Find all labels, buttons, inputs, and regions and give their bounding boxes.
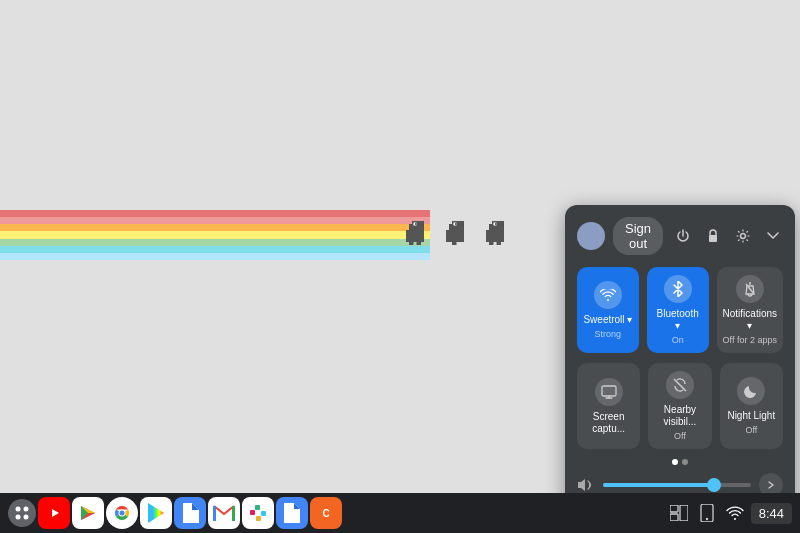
svg-rect-59: [286, 512, 298, 514]
notifications-label: Notifications ▾: [723, 308, 777, 332]
svg-rect-4: [417, 239, 422, 245]
taskbar-window-manager[interactable]: [667, 501, 691, 525]
svg-rect-3: [409, 239, 414, 245]
svg-rect-66: [680, 505, 688, 521]
bluetooth-toggle[interactable]: Bluetooth ▾ On: [647, 267, 709, 353]
taskbar-right: 8:44: [667, 501, 792, 525]
svg-rect-55: [250, 510, 255, 515]
svg-rect-15: [455, 223, 457, 225]
qs-header-icons: [671, 224, 785, 248]
taskbar-citrix[interactable]: C: [310, 497, 342, 529]
svg-rect-13: [461, 227, 464, 230]
svg-rect-64: [670, 505, 678, 512]
qs-toggles-row1: Sweetroll ▾ Strong Bluetooth ▾ On: [577, 267, 783, 353]
night-light-label: Night Light: [727, 410, 775, 422]
collapse-button[interactable]: [761, 224, 785, 248]
dino-1: [400, 218, 430, 248]
svg-point-37: [16, 507, 21, 512]
nearby-share-toggle[interactable]: Nearby visibil... Off: [648, 363, 711, 449]
volume-thumb[interactable]: [707, 478, 721, 492]
bluetooth-icon: [664, 275, 692, 303]
volume-slider-row: [577, 473, 783, 493]
svg-point-40: [24, 515, 29, 520]
svg-rect-20: [497, 239, 502, 245]
bluetooth-label: Bluetooth ▾: [653, 308, 703, 332]
svg-rect-5: [421, 227, 424, 230]
svg-rect-2: [406, 230, 424, 242]
svg-rect-30: [602, 386, 616, 396]
volume-icon: [577, 478, 595, 492]
nearby-share-status: Off: [674, 431, 686, 441]
svg-point-24: [587, 229, 595, 237]
svg-rect-7: [415, 223, 417, 225]
dot-1[interactable]: [672, 459, 678, 465]
svg-rect-53: [213, 506, 216, 521]
quick-settings-panel: Sign out: [565, 205, 795, 493]
svg-point-27: [741, 234, 746, 239]
night-light-status: Off: [745, 425, 757, 435]
taskbar-wifi[interactable]: [723, 501, 747, 525]
svg-rect-19: [489, 239, 494, 245]
user-avatar[interactable]: [577, 222, 605, 250]
svg-point-50: [120, 511, 125, 516]
taskbar-docs[interactable]: [276, 497, 308, 529]
screen-capture-icon: [595, 378, 623, 406]
notifications-status: Off for 2 apps: [723, 335, 777, 345]
svg-rect-56: [261, 511, 266, 516]
svg-point-28: [749, 282, 751, 284]
dino-2: [440, 218, 470, 248]
taskbar-chrome[interactable]: [106, 497, 138, 529]
svg-rect-58: [256, 516, 261, 521]
svg-rect-60: [286, 515, 298, 517]
wifi-icon: [594, 281, 622, 309]
svg-rect-65: [670, 514, 678, 521]
lock-button[interactable]: [701, 224, 725, 248]
taskbar-slack[interactable]: [242, 497, 274, 529]
svg-rect-23: [495, 223, 497, 225]
svg-rect-9: [449, 224, 452, 230]
settings-button[interactable]: [731, 224, 755, 248]
taskbar-launcher[interactable]: [8, 499, 36, 527]
taskbar-phone[interactable]: [695, 501, 719, 525]
wifi-status: Strong: [595, 329, 622, 339]
nearby-share-label: Nearby visibil...: [654, 404, 705, 428]
dino-3: [480, 218, 510, 248]
svg-rect-18: [486, 230, 504, 242]
dot-2[interactable]: [682, 459, 688, 465]
svg-rect-26: [709, 235, 717, 242]
rainbow-stripe: [0, 210, 430, 260]
taskbar-time[interactable]: 8:44: [751, 503, 792, 524]
svg-rect-1: [409, 224, 412, 230]
svg-rect-21: [501, 227, 504, 230]
svg-point-39: [16, 515, 21, 520]
notifications-icon: [736, 275, 764, 303]
night-light-toggle[interactable]: Night Light Off: [720, 363, 783, 449]
taskbar: C: [0, 493, 800, 533]
wifi-toggle[interactable]: Sweetroll ▾ Strong: [577, 267, 639, 353]
svg-point-38: [24, 507, 29, 512]
notifications-toggle[interactable]: Notifications ▾ Off for 2 apps: [717, 267, 783, 353]
svg-point-68: [705, 518, 707, 520]
taskbar-files[interactable]: [174, 497, 206, 529]
qs-pagination-dots: [577, 459, 783, 465]
night-light-icon: [737, 377, 765, 405]
svg-rect-17: [489, 224, 492, 230]
volume-track[interactable]: [603, 483, 751, 487]
volume-expand-button[interactable]: [759, 473, 783, 493]
power-button[interactable]: [671, 224, 695, 248]
screen-capture-toggle[interactable]: Screen captu...: [577, 363, 640, 449]
taskbar-gmail[interactable]: [208, 497, 240, 529]
qs-header: Sign out: [577, 217, 783, 255]
volume-fill: [603, 483, 714, 487]
desktop: Sign out: [0, 0, 800, 493]
taskbar-play-games[interactable]: [72, 497, 104, 529]
taskbar-youtube[interactable]: [38, 497, 70, 529]
svg-rect-61: [286, 518, 294, 520]
clock-time: 8:44: [759, 506, 784, 521]
sign-out-button[interactable]: Sign out: [613, 217, 663, 255]
dino-characters: [400, 218, 510, 248]
svg-text:C: C: [322, 508, 329, 519]
taskbar-play-store[interactable]: [140, 497, 172, 529]
svg-rect-12: [458, 238, 463, 243]
svg-marker-51: [148, 503, 164, 523]
